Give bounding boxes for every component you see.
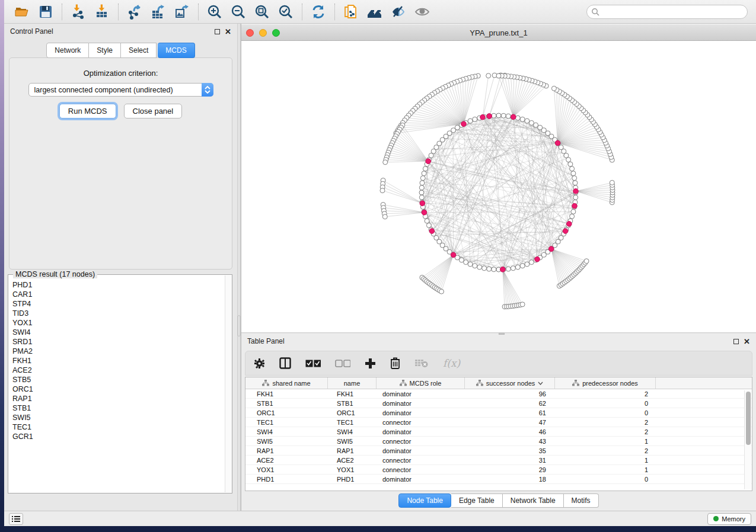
function-builder-icon[interactable]: f(x) — [443, 357, 460, 369]
mcds-result-item[interactable]: RAP1 — [12, 394, 224, 403]
table-row[interactable]: STB1STB1dominator620 — [245, 399, 752, 408]
select-all-icon[interactable] — [305, 360, 321, 367]
mcds-result-item[interactable]: ACE2 — [12, 366, 224, 375]
network-canvas[interactable] — [241, 41, 756, 332]
memory-button[interactable]: Memory — [707, 513, 751, 525]
mcds-result-item[interactable]: GCR1 — [12, 432, 224, 441]
binoculars-icon[interactable] — [366, 3, 384, 21]
column-header-successor-nodes[interactable]: successor nodes — [465, 377, 555, 389]
table-row[interactable]: SWI4SWI4dominator462 — [245, 427, 752, 437]
gear-icon[interactable] — [254, 358, 265, 369]
refresh-icon[interactable] — [310, 3, 327, 21]
import-network-icon[interactable] — [69, 3, 87, 21]
toolbar-separator — [118, 4, 119, 20]
mcds-result-item[interactable]: SWI5 — [12, 413, 224, 422]
columns-icon[interactable] — [279, 357, 291, 369]
tab-edge-table[interactable]: Edge Table — [451, 493, 503, 508]
column-header-predecessor-nodes[interactable]: predecessor nodes — [555, 377, 656, 389]
tab-network[interactable]: Network — [46, 43, 89, 58]
mcds-result-item[interactable]: SRD1 — [12, 337, 224, 347]
deselect-all-icon[interactable] — [335, 360, 350, 367]
tab-motifs[interactable]: Motifs — [564, 493, 599, 508]
table-cell: connector — [377, 457, 465, 464]
tab-network-table[interactable]: Network Table — [503, 493, 564, 508]
table-cell: SWI4 — [245, 428, 328, 435]
network-window-titlebar[interactable]: YPA_prune.txt_1 — [241, 25, 756, 41]
mcds-result-list[interactable]: PHD1CAR1STP4TID3YOX1SWI4SRD1PMA2FKH1ACE2… — [8, 280, 224, 492]
mcds-result-item[interactable]: FKH1 — [12, 356, 224, 366]
eye-icon[interactable] — [413, 3, 431, 21]
splitter-handle[interactable] — [238, 315, 240, 336]
column-header-mcds-role[interactable]: MCDS role — [377, 377, 465, 389]
toolbar-separator — [198, 4, 199, 20]
import-table-icon[interactable] — [93, 3, 111, 21]
search-input[interactable] — [602, 7, 747, 17]
export-table-icon[interactable] — [149, 3, 167, 21]
tab-node-table[interactable]: Node Table — [398, 493, 451, 508]
table-row[interactable]: PHD1PHD1dominator180 — [245, 475, 752, 484]
mcds-result-item[interactable]: TEC1 — [12, 422, 224, 432]
zoom-in-icon[interactable] — [206, 3, 224, 21]
save-icon[interactable] — [37, 3, 55, 21]
tab-mcds[interactable]: MCDS — [158, 43, 194, 58]
mcds-result-item[interactable]: STB1 — [12, 403, 224, 413]
splitter-handle[interactable] — [499, 333, 505, 335]
mcds-result-item[interactable]: ORC1 — [12, 384, 224, 394]
mcds-result-item[interactable]: PHD1 — [12, 280, 224, 290]
zoom-fit-icon[interactable] — [253, 3, 271, 21]
close-panel-icon[interactable]: ✕ — [744, 339, 750, 344]
optimization-criterion-select[interactable]: largest connected component (undirected) — [28, 83, 213, 97]
add-column-icon[interactable] — [365, 358, 376, 369]
application-window: Control Panel ✕ Network Style Select MCD… — [4, 0, 756, 526]
mcds-result-item[interactable]: STP4 — [12, 299, 224, 309]
table-row[interactable]: ORC1ORC1dominator610 — [245, 408, 752, 418]
float-panel-icon[interactable] — [215, 29, 220, 34]
table-cell: dominator — [377, 409, 465, 416]
table-cell: 96 — [465, 390, 555, 398]
memory-status-icon — [713, 516, 719, 521]
hide-details-icon[interactable] — [390, 3, 407, 21]
tree-icon — [476, 380, 483, 386]
mcds-result-item[interactable]: CAR1 — [12, 290, 224, 299]
clone-network-icon[interactable] — [342, 3, 360, 21]
export-image-icon[interactable] — [173, 3, 191, 21]
mcds-result-item[interactable]: TID3 — [12, 309, 224, 318]
open-icon[interactable] — [13, 3, 31, 21]
task-history-button[interactable] — [9, 513, 23, 525]
mcds-result-scrollbar[interactable] — [225, 275, 232, 492]
mcds-result-item[interactable]: PMA2 — [12, 347, 224, 356]
column-header-shared-name[interactable]: shared name — [245, 377, 328, 389]
zoom-out-icon[interactable] — [229, 3, 247, 21]
export-network-icon[interactable] — [126, 3, 143, 21]
table-row[interactable]: SWI5SWI5connector431 — [245, 437, 752, 446]
table-scrollbar[interactable] — [744, 390, 751, 489]
table-row[interactable]: RAP1RAP1dominator352 — [245, 446, 752, 456]
panel-splitter-vertical[interactable] — [237, 24, 241, 511]
table-row[interactable]: FKH1FKH1dominator962 — [245, 389, 752, 399]
mcds-result-item[interactable]: YOX1 — [12, 318, 224, 328]
close-panel-icon[interactable]: ✕ — [225, 29, 231, 34]
tab-select[interactable]: Select — [121, 43, 157, 58]
close-panel-button[interactable]: Close panel — [124, 104, 183, 118]
delete-table-icon[interactable] — [414, 358, 429, 368]
table-cell: 2 — [555, 419, 656, 426]
table-cell: FKH1 — [245, 390, 328, 398]
run-mcds-button[interactable]: Run MCDS — [59, 104, 116, 118]
table-row[interactable]: TEC1TEC1connector472 — [245, 418, 752, 427]
table-cell: dominator — [377, 390, 465, 398]
mcds-result-item[interactable]: SWI4 — [12, 328, 224, 337]
delete-column-icon[interactable] — [390, 357, 400, 369]
float-panel-icon[interactable] — [733, 339, 739, 344]
mcds-result-item[interactable]: STB5 — [12, 375, 224, 384]
column-header-name[interactable]: name — [328, 377, 377, 389]
toolbar-separator — [62, 4, 62, 20]
tab-style[interactable]: Style — [89, 43, 121, 58]
panel-splitter-horizontal[interactable] — [241, 332, 756, 334]
scrollbar-thumb[interactable] — [746, 392, 751, 445]
table-tabs: Node Table Edge Table Network Table Moti… — [241, 493, 756, 508]
table-cell: TEC1 — [328, 419, 377, 426]
table-row[interactable]: YOX1YOX1connector291 — [245, 465, 752, 475]
table-cell: PHD1 — [328, 476, 377, 483]
table-row[interactable]: ACE2ACE2connector311 — [245, 456, 752, 465]
zoom-selected-icon[interactable] — [277, 3, 295, 21]
